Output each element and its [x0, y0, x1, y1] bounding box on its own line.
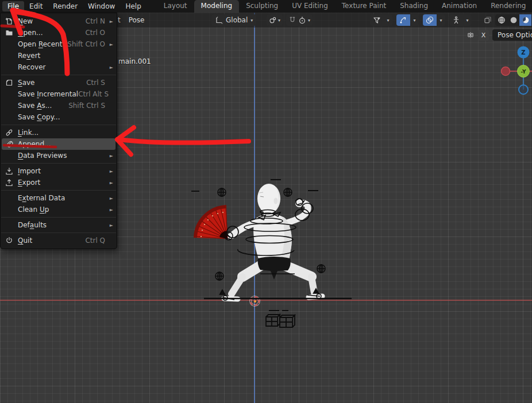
- select-menu-partial[interactable]: t: [118, 16, 121, 24]
- menu-item-label: Data Previews: [18, 152, 105, 160]
- menu-item-shortcut: Ctrl O: [85, 29, 105, 37]
- chevron-down-icon[interactable]: ▾: [437, 14, 445, 26]
- tab-shading[interactable]: Shading: [393, 0, 435, 13]
- chevron-down-icon[interactable]: ▾: [384, 14, 392, 26]
- menu-item-shortcut: Shift Ctrl O: [67, 40, 105, 48]
- tab-layout[interactable]: Layout: [157, 0, 194, 13]
- tab-texture-paint[interactable]: Texture Paint: [335, 0, 393, 13]
- menu-item-link[interactable]: Link...: [1, 127, 117, 138]
- red-fan: [195, 207, 228, 239]
- icon-spacer: [5, 206, 18, 214]
- overlays-icon[interactable]: [423, 14, 437, 26]
- menu-item-save-incremental[interactable]: Save IncrementalCtrl Alt S: [1, 88, 117, 100]
- menu-item-new[interactable]: NewCtrl N►: [1, 16, 117, 27]
- icon-spacer: [5, 152, 18, 160]
- pose-options-label: Pose Optio: [498, 31, 532, 39]
- menu-separator: [1, 217, 116, 218]
- submenu-arrow-icon: ►: [107, 42, 113, 47]
- menu-help[interactable]: Help: [120, 1, 146, 11]
- chevron-down-icon: ▾: [308, 18, 310, 23]
- pose-options-panel[interactable]: Pose Optio: [492, 29, 532, 41]
- pose-menu[interactable]: Pose: [129, 16, 145, 24]
- menu-item-import[interactable]: Import►: [1, 165, 117, 177]
- bone-box-shapes: [266, 315, 295, 327]
- xray-person-icon[interactable]: [449, 14, 463, 26]
- mannequin-body: [224, 184, 322, 299]
- menu-item-external-data[interactable]: External Data►: [1, 192, 117, 204]
- header-button-visibility-filter[interactable]: ▾: [370, 14, 392, 26]
- mirror-x-toggle[interactable]: X: [478, 30, 489, 41]
- menu-item-save-copy[interactable]: Save Copy...: [1, 111, 117, 123]
- submenu-arrow-icon: ►: [107, 169, 113, 174]
- menu-item-revert[interactable]: Revert: [1, 50, 117, 61]
- submenu-arrow-icon: ►: [107, 207, 113, 212]
- menu-item-append[interactable]: Append...: [2, 138, 115, 150]
- menu-item-label: Quit: [18, 237, 85, 245]
- blender-window: main.001: [0, 0, 532, 403]
- menu-item-label: Export: [18, 179, 105, 187]
- solid-sphere-icon[interactable]: [507, 14, 519, 26]
- magnet-icon[interactable]: [288, 16, 296, 24]
- menu-item-shortcut: Ctrl N: [86, 17, 105, 25]
- tab-sculpting[interactable]: Sculpting: [239, 0, 285, 13]
- menu-item-label: Save: [18, 79, 86, 87]
- snap-target-dropdown[interactable]: ▾: [267, 14, 283, 26]
- tab-uv-editing[interactable]: UV Editing: [285, 0, 335, 13]
- menu-item-label: Clean Up: [18, 206, 105, 214]
- import-icon: [5, 167, 18, 175]
- chevron-down-icon[interactable]: ▾: [463, 14, 472, 26]
- viewport-shading-group: [495, 14, 532, 26]
- icon-spacer: [5, 194, 18, 202]
- menu-item-shortcut: Ctrl Alt S: [78, 90, 109, 98]
- submenu-arrow-icon: ►: [107, 153, 113, 158]
- menu-item-defaults[interactable]: Defaults►: [1, 219, 117, 231]
- visibility-filter-icon[interactable]: [370, 14, 384, 26]
- menu-edit[interactable]: Edit: [24, 1, 48, 11]
- toggle-xray-button[interactable]: [481, 14, 494, 26]
- icon-spacer: [5, 63, 18, 71]
- menu-separator: [1, 232, 116, 233]
- menu-item-open-recent[interactable]: Open RecentShift Ctrl O►: [1, 38, 117, 50]
- proportional-edit-icon[interactable]: [298, 16, 306, 24]
- menu-item-save[interactable]: SaveCtrl S: [1, 77, 117, 88]
- menu-item-recover[interactable]: Recover►: [1, 61, 117, 73]
- wireframe-sphere-icon[interactable]: [495, 14, 507, 26]
- menu-window[interactable]: Window: [83, 1, 120, 11]
- navigation-gizmo[interactable]: Z -Y: [496, 44, 532, 96]
- header-button-overlays[interactable]: ▾: [423, 14, 445, 26]
- menu-item-quit[interactable]: QuitCtrl Q: [1, 235, 117, 246]
- gizmo-axis-x[interactable]: [502, 67, 510, 76]
- menu-item-clean-up[interactable]: Clean Up►: [1, 204, 117, 215]
- icon-spacer: [5, 40, 18, 48]
- tab-animation[interactable]: Animation: [435, 0, 484, 13]
- menu-item-data-previews[interactable]: Data Previews►: [1, 150, 117, 161]
- gizmo-icon[interactable]: [396, 14, 410, 26]
- character-figure[interactable]: [190, 172, 356, 336]
- menu-separator: [1, 163, 116, 164]
- menu-item-export[interactable]: Export►: [1, 177, 117, 188]
- menu-item-open[interactable]: Open...Ctrl O: [1, 27, 117, 38]
- menu-render[interactable]: Render: [48, 1, 83, 11]
- submenu-arrow-icon: ►: [107, 223, 113, 228]
- butterfly-mirror-icon[interactable]: [467, 31, 475, 39]
- menu-separator: [1, 190, 116, 191]
- header-button-gizmo[interactable]: ▾: [396, 14, 419, 26]
- icon-spacer: [5, 113, 18, 121]
- menu-separator: [1, 75, 116, 75]
- icon-spacer: [5, 90, 18, 98]
- menu-item-label: Append...: [18, 140, 105, 148]
- menu-file[interactable]: File: [2, 1, 24, 11]
- snapping-proportional-group: ▾: [286, 14, 313, 26]
- chevron-down-icon: ▾: [278, 18, 280, 23]
- header-button-xray-person[interactable]: ▾: [449, 14, 472, 26]
- material-sphere-icon[interactable]: [519, 14, 531, 26]
- gizmo-z-label: Z: [521, 49, 525, 56]
- submenu-arrow-icon: ►: [107, 19, 113, 24]
- transform-orientation-dropdown[interactable]: Global ▾: [211, 14, 256, 26]
- menu-item-save-as[interactable]: Save As...Shift Ctrl S: [1, 100, 117, 111]
- chevron-down-icon[interactable]: ▾: [410, 14, 419, 26]
- tab-modeling[interactable]: Modeling: [194, 0, 240, 13]
- tab-rendering[interactable]: Rendering: [484, 0, 532, 13]
- gizmo-axis-neg-z[interactable]: [519, 85, 528, 94]
- menu-item-label: Open Recent: [18, 40, 67, 48]
